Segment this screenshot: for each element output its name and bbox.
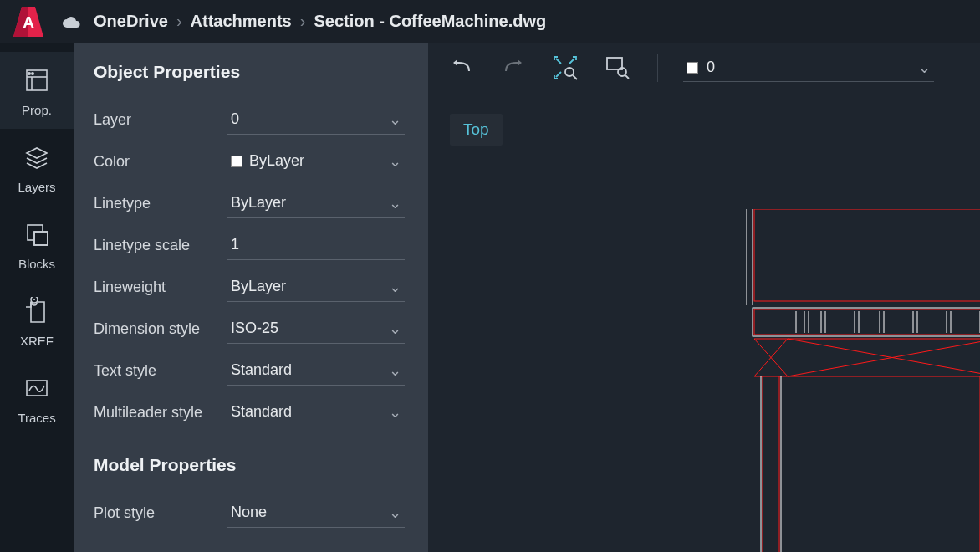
sidebar-item-xref[interactable]: XREF bbox=[0, 283, 74, 360]
section-title-object-properties: Object Properties bbox=[94, 62, 405, 82]
view-orientation-label[interactable]: Top bbox=[450, 114, 503, 146]
property-row-color: Color ByLayer ⌄ bbox=[94, 141, 405, 182]
lineweight-dropdown[interactable]: ByLayer ⌄ bbox=[227, 272, 405, 302]
property-value: Standard bbox=[231, 403, 381, 421]
property-label: Multileader style bbox=[94, 404, 227, 422]
property-label: Linetype bbox=[94, 195, 227, 212]
chevron-right-icon: › bbox=[300, 12, 306, 31]
sidebar-item-label: Layers bbox=[18, 180, 55, 194]
property-value: 1 bbox=[231, 236, 401, 253]
plot-style-dropdown[interactable]: None ⌄ bbox=[227, 498, 405, 528]
sidebar-item-layers[interactable]: Layers bbox=[0, 129, 74, 206]
sidebar-item-properties[interactable]: Prop. bbox=[0, 52, 74, 129]
autocad-logo-icon: A bbox=[12, 5, 45, 38]
property-value: ByLayer bbox=[231, 152, 381, 170]
chevron-down-icon: ⌄ bbox=[388, 278, 401, 296]
canvas-toolbar: 0 ⌄ bbox=[428, 43, 980, 92]
property-row-plot-style: Plot style None ⌄ bbox=[94, 492, 405, 534]
chevron-down-icon: ⌄ bbox=[388, 319, 401, 338]
property-row-linetype: Linetype ByLayer ⌄ bbox=[94, 182, 405, 224]
property-row-multileader-style: Multileader style Standard ⌄ bbox=[94, 391, 405, 433]
traces-icon bbox=[21, 372, 53, 404]
chevron-down-icon: ⌄ bbox=[388, 503, 401, 522]
current-layer-dropdown[interactable]: 0 ⌄ bbox=[683, 54, 934, 82]
cad-drawing bbox=[746, 209, 980, 552]
current-layer-value: 0 bbox=[707, 59, 909, 76]
svg-rect-28 bbox=[753, 308, 980, 336]
chevron-down-icon: ⌄ bbox=[388, 361, 401, 380]
svg-rect-16 bbox=[754, 209, 980, 301]
blocks-icon bbox=[21, 218, 53, 250]
sidebar-item-label: Traces bbox=[18, 411, 55, 425]
svg-line-21 bbox=[788, 339, 980, 376]
svg-point-4 bbox=[28, 72, 30, 74]
property-value: 0 bbox=[231, 110, 381, 128]
property-label: Layer bbox=[94, 111, 227, 129]
property-label: Linetype scale bbox=[94, 237, 227, 254]
sidebar-item-label: Prop. bbox=[22, 103, 52, 117]
properties-panel: Object Properties Layer 0 ⌄ Color ByLaye… bbox=[74, 43, 428, 552]
zoom-window-button[interactable] bbox=[602, 53, 632, 83]
property-row-lineweight: Lineweight ByLayer ⌄ bbox=[94, 266, 405, 308]
breadcrumb-file[interactable]: Section - CoffeeMachine.dwg bbox=[314, 12, 546, 31]
breadcrumb-folder[interactable]: Attachments bbox=[191, 12, 292, 31]
multileader-style-dropdown[interactable]: Standard ⌄ bbox=[227, 397, 405, 427]
chevron-down-icon: ⌄ bbox=[388, 110, 401, 129]
chevron-down-icon: ⌄ bbox=[388, 403, 401, 422]
zoom-window-icon bbox=[605, 55, 630, 80]
breadcrumb-root[interactable]: OneDrive bbox=[94, 12, 168, 31]
property-value: Standard bbox=[231, 361, 381, 379]
properties-icon bbox=[21, 64, 53, 96]
undo-button[interactable] bbox=[447, 53, 477, 83]
chevron-down-icon: ⌄ bbox=[388, 194, 401, 212]
property-label: Dimension style bbox=[94, 320, 227, 338]
svg-text:A: A bbox=[23, 13, 34, 31]
zoom-extents-icon bbox=[553, 55, 578, 80]
chevron-right-icon: › bbox=[176, 12, 182, 31]
property-label: Text style bbox=[94, 362, 227, 380]
layers-icon bbox=[21, 141, 53, 173]
layer-dropdown[interactable]: 0 ⌄ bbox=[227, 105, 405, 135]
drawing-canvas-area: 0 ⌄ Top bbox=[428, 43, 980, 552]
color-dropdown[interactable]: ByLayer ⌄ bbox=[227, 146, 405, 176]
sidebar-rail: Prop. Layers Blocks bbox=[0, 43, 74, 552]
viewport[interactable]: Top bbox=[428, 92, 980, 552]
property-label: Lineweight bbox=[94, 279, 227, 296]
property-row-linetype-scale: Linetype scale 1 bbox=[94, 224, 405, 266]
property-label: Plot style bbox=[94, 504, 227, 522]
property-value: None bbox=[231, 503, 381, 521]
property-value: ByLayer bbox=[231, 278, 381, 295]
property-label: Color bbox=[94, 153, 227, 171]
svg-point-5 bbox=[32, 72, 33, 74]
redo-button[interactable] bbox=[498, 53, 528, 83]
xref-icon bbox=[21, 295, 53, 327]
linetype-scale-input[interactable]: 1 bbox=[227, 230, 405, 260]
dimension-style-dropdown[interactable]: ISO-25 ⌄ bbox=[227, 314, 405, 344]
property-value: ISO-25 bbox=[231, 319, 381, 337]
property-row-text-style: Text style Standard ⌄ bbox=[94, 350, 405, 391]
layer-color-swatch bbox=[687, 62, 698, 74]
linetype-dropdown[interactable]: ByLayer ⌄ bbox=[227, 188, 405, 218]
redo-icon bbox=[501, 58, 526, 78]
section-title-model-properties: Model Properties bbox=[94, 455, 405, 475]
svg-line-20 bbox=[788, 339, 980, 376]
chevron-down-icon: ⌄ bbox=[917, 59, 931, 77]
app-logo[interactable]: A bbox=[12, 5, 45, 38]
toolbar-separator bbox=[657, 54, 658, 82]
top-bar: A OneDrive › Attachments › Section - Cof… bbox=[0, 0, 980, 43]
breadcrumb: OneDrive › Attachments › Section - Coffe… bbox=[62, 12, 546, 31]
svg-line-15 bbox=[625, 75, 629, 79]
zoom-extents-button[interactable] bbox=[550, 53, 580, 83]
property-row-layer: Layer 0 ⌄ bbox=[94, 99, 405, 141]
color-swatch bbox=[231, 156, 242, 167]
text-style-dropdown[interactable]: Standard ⌄ bbox=[227, 355, 405, 386]
svg-rect-7 bbox=[34, 232, 48, 245]
svg-line-12 bbox=[573, 75, 577, 79]
undo-icon bbox=[449, 58, 474, 78]
sidebar-item-blocks[interactable]: Blocks bbox=[0, 206, 74, 283]
sidebar-item-label: Blocks bbox=[18, 257, 55, 271]
sidebar-item-traces[interactable]: Traces bbox=[0, 360, 74, 437]
property-row-dimension-style: Dimension style ISO-25 ⌄ bbox=[94, 308, 405, 350]
chevron-down-icon: ⌄ bbox=[388, 152, 401, 171]
cloud-icon bbox=[62, 13, 80, 31]
